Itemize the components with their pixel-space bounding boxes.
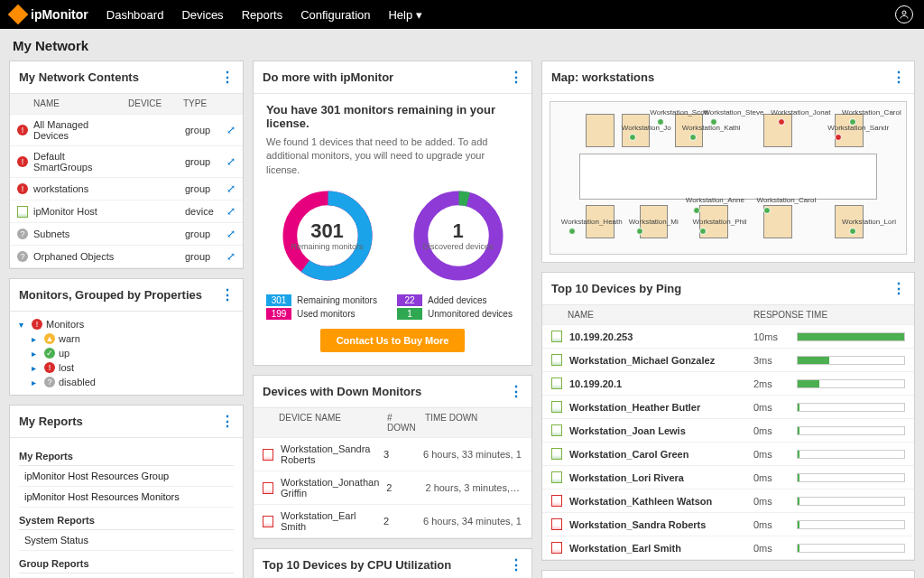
network-row[interactable]: ! All Managed Devices group ⤢ — [10, 115, 243, 146]
ping-row[interactable]: Workstation_Joan Lewis 0ms — [542, 419, 914, 443]
report-link[interactable]: System Status — [19, 530, 234, 551]
ping-bar — [797, 473, 905, 482]
legend-count: 199 — [266, 308, 291, 320]
card-menu-icon[interactable]: ⋮ — [892, 69, 905, 86]
info-icon: ? — [17, 228, 28, 239]
time-down: 6 hours, 33 minutes, 1 — [423, 449, 522, 460]
device-name: 10.199.20.1 — [569, 378, 746, 389]
card-menu-icon[interactable]: ⋮ — [220, 286, 234, 303]
ping-bar — [797, 332, 905, 341]
card-menu-icon[interactable]: ⋮ — [509, 69, 522, 86]
lost-icon: ! — [44, 362, 55, 373]
ping-row[interactable]: Workstation_Sandra Roberts 0ms — [542, 513, 914, 536]
down-device-row[interactable]: Workstation_Earl Smith 2 6 hours, 34 min… — [254, 505, 531, 538]
device-name: Workstation_Kathleen Watson — [569, 496, 746, 507]
workstation-status-icon[interactable] — [568, 228, 576, 235]
network-row[interactable]: ! Default SmartGroups group ⤢ — [10, 146, 243, 178]
nav-reports[interactable]: Reports — [242, 8, 283, 22]
workstation-label: Workstation_Lori — [842, 218, 896, 226]
caret-right-icon[interactable]: ▸ — [32, 378, 41, 387]
tree-node[interactable]: ▸ ? disabled — [32, 375, 234, 389]
ping-row[interactable]: Workstation_Heather Butler 0ms — [542, 396, 914, 419]
caret-right-icon[interactable]: ▸ — [32, 349, 41, 359]
workstation-label: Workstation_Jo — [622, 124, 671, 132]
legend-label: Used monitors — [297, 309, 355, 319]
brand[interactable]: ipMonitor — [11, 7, 88, 22]
card-title: Devices with Down Monitors — [263, 385, 421, 398]
workstation-status-icon[interactable] — [636, 228, 643, 235]
card-menu-icon[interactable]: ⋮ — [509, 556, 522, 573]
floor-plan-map[interactable]: Workstation_Scott Workstation_Steve Work… — [550, 101, 907, 255]
ping-row[interactable]: 10.199.20.253 10ms — [542, 325, 914, 349]
nav-help[interactable]: Help ▾ — [388, 8, 421, 22]
device-name: Workstation_Joan Lewis — [569, 425, 746, 436]
down-device-row[interactable]: Workstation_Sandra Roberts 3 6 hours, 33… — [254, 438, 531, 471]
down-device-row[interactable]: Workstation_Jonathan Griffin 2 2 hours, … — [254, 471, 531, 505]
network-row[interactable]: ! workstations group ⤢ — [10, 178, 243, 200]
row-name: workstations — [33, 183, 125, 194]
ping-bar — [797, 403, 905, 412]
dashboard-grid: My Network Contents ⋮ NAME DEVICE TYPE !… — [0, 61, 924, 578]
report-link[interactable]: ipMonitor Host Resources Monitors — [19, 487, 234, 508]
network-row[interactable]: ? Subnets group ⤢ — [10, 223, 243, 246]
col-device-name: DEVICE NAME — [279, 413, 382, 433]
svg-point-0 — [902, 11, 906, 14]
device-icon — [17, 206, 28, 218]
ping-bar — [797, 450, 905, 459]
tree-node[interactable]: ▸ ✓ up — [32, 346, 234, 360]
caret-down-icon[interactable]: ▾ — [19, 320, 28, 330]
donut-num: 1 — [452, 219, 463, 243]
caret-right-icon[interactable]: ▸ — [32, 363, 41, 373]
network-row[interactable]: ipMonitor Host device ⤢ — [10, 200, 243, 223]
contact-us-button[interactable]: Contact Us to Buy More — [320, 329, 466, 352]
report-link[interactable]: ipMonitor Host Resources Group — [19, 466, 234, 487]
ping-row[interactable]: Workstation_Earl Smith 0ms — [542, 536, 914, 560]
ping-row[interactable]: Workstation_Michael Gonzalez 3ms — [542, 349, 914, 372]
expand-icon[interactable]: ⤢ — [226, 182, 236, 195]
alert-icon: ! — [17, 156, 28, 167]
nav-configuration[interactable]: Configuration — [300, 8, 370, 22]
network-row[interactable]: ? Orphaned Objects group ⤢ — [10, 246, 243, 268]
report-link[interactable]: CPU Utilization — [19, 573, 234, 578]
report-section-header: System Reports — [19, 509, 234, 530]
workstation-status-icon[interactable] — [693, 207, 700, 214]
device-icon — [551, 495, 562, 507]
tree-root[interactable]: ▾ ! Monitors — [19, 317, 234, 331]
tree-label: warn — [59, 333, 80, 344]
card-menu-icon[interactable]: ⋮ — [220, 69, 234, 86]
caret-right-icon[interactable]: ▸ — [32, 334, 41, 344]
expand-icon[interactable]: ⤢ — [226, 124, 236, 136]
card-network-contents: My Network Contents ⋮ NAME DEVICE TYPE !… — [9, 61, 244, 269]
ping-bar — [797, 426, 905, 435]
ping-row[interactable]: Workstation_Lori Rivera 0ms — [542, 466, 914, 489]
nav-devices[interactable]: Devices — [181, 8, 223, 22]
workstation-status-icon[interactable] — [689, 134, 697, 141]
expand-icon[interactable]: ⤢ — [226, 205, 236, 218]
workstation-status-icon[interactable] — [629, 134, 636, 141]
card-menu-icon[interactable]: ⋮ — [220, 413, 234, 430]
card-title: Top 10 Devices by Ping — [551, 282, 681, 295]
alert-icon: ! — [32, 319, 42, 330]
ping-row[interactable]: 10.199.20.1 2ms — [542, 372, 914, 396]
report-section-header: Group Reports — [19, 553, 234, 573]
expand-icon[interactable]: ⤢ — [226, 155, 236, 168]
card-menu-icon[interactable]: ⋮ — [892, 280, 905, 297]
ping-row[interactable]: Workstation_Kathleen Watson 0ms — [542, 489, 914, 513]
card-ping: Top 10 Devices by Ping ⋮ NAME RESPONSE T… — [541, 272, 915, 561]
expand-icon[interactable]: ⤢ — [226, 228, 236, 240]
expand-icon[interactable]: ⤢ — [226, 250, 236, 263]
user-menu-icon[interactable] — [895, 5, 913, 23]
time-down: 6 hours, 34 minutes, 1 — [423, 516, 522, 527]
device-name: Workstation_Earl Smith — [281, 510, 376, 532]
ping-row[interactable]: Workstation_Carol Green 0ms — [542, 443, 914, 466]
tree-node[interactable]: ▸ ! lost — [32, 360, 234, 375]
device-name: Workstation_Earl Smith — [569, 543, 746, 554]
down-count: 2 — [383, 516, 416, 527]
card-menu-icon[interactable]: ⋮ — [509, 383, 522, 400]
tree-node[interactable]: ▸ ▲ warn — [32, 331, 234, 346]
ping-bar — [797, 379, 905, 388]
disabled-icon: ? — [44, 377, 55, 387]
chevron-down-icon: ▾ — [416, 8, 422, 22]
nav-dashboard[interactable]: Dashboard — [106, 8, 164, 22]
time-down: 2 hours, 3 minutes, 54 — [425, 482, 522, 493]
